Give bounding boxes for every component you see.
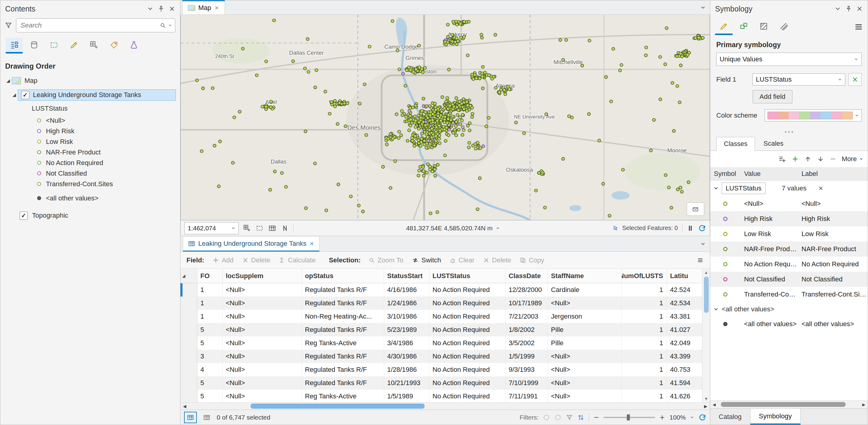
class-label[interactable]: <Null> <box>798 200 868 208</box>
table-view-button[interactable] <box>184 412 197 423</box>
symbol-cell[interactable] <box>710 247 740 251</box>
map-group-row[interactable]: ◢ Map <box>0 74 180 87</box>
row-selector[interactable] <box>180 323 197 336</box>
extent-icon[interactable] <box>256 224 264 232</box>
class-value[interactable]: <all other values> <box>740 320 798 328</box>
class-symbol[interactable] <box>723 322 727 326</box>
select-all-header-cell[interactable]: ◢ <box>180 269 197 283</box>
close-icon[interactable] <box>856 5 863 12</box>
edited-filter-icon[interactable] <box>554 414 562 421</box>
split-view-button[interactable] <box>200 412 213 423</box>
class-symbol[interactable] <box>723 217 727 221</box>
layer-name-label[interactable]: Leaking Underground Storage Tanks <box>33 91 141 99</box>
group-name[interactable]: <all other values> <box>722 305 774 313</box>
class-value[interactable]: Low Risk <box>740 230 798 238</box>
north-arrow-icon[interactable] <box>281 224 289 232</box>
list-by-editing-button[interactable] <box>66 38 83 54</box>
row-selector[interactable] <box>180 363 197 376</box>
delete-selection-button[interactable]: Delete <box>479 254 515 266</box>
legend-item[interactable]: <Null> <box>0 115 180 126</box>
selected-features-indicator[interactable]: Selected Features: 0 <box>612 224 678 232</box>
add-field-button[interactable]: Add field <box>752 90 793 103</box>
legend-item[interactable]: Low Risk <box>0 136 180 147</box>
table-row[interactable]: 4<Null>Regulated Tanks R/F1/28/1986No Ac… <box>180 363 702 376</box>
layer-visibility-checkbox[interactable]: ✓ <box>20 212 28 220</box>
class-symbol[interactable] <box>723 277 727 281</box>
column-header[interactable]: opStatus <box>302 269 384 283</box>
table-menu-icon[interactable] <box>697 256 706 265</box>
collapse-chevron-icon[interactable] <box>713 306 719 312</box>
list-by-perspective-button[interactable] <box>125 38 142 54</box>
move-down-icon[interactable] <box>817 155 824 163</box>
symbol-cell[interactable] <box>710 262 740 266</box>
class-symbol[interactable] <box>723 292 727 297</box>
search-icon[interactable] <box>160 22 166 29</box>
column-header[interactable]: NumOfLUSTS <box>622 269 667 283</box>
selected-layer-highlight[interactable]: ✓ Leaking Underground Storage Tanks <box>18 89 176 101</box>
class-value[interactable]: <Null> <box>740 200 798 208</box>
set-expression-button[interactable] <box>848 73 862 86</box>
class-label[interactable]: Transferred-Cont.Sites <box>798 291 868 298</box>
remove-group-icon[interactable] <box>818 186 824 191</box>
close-tab-icon[interactable] <box>214 5 219 10</box>
label-column-header[interactable]: Label <box>798 170 868 178</box>
symbol-cell[interactable] <box>710 277 740 281</box>
scroll-left-arrow-icon[interactable]: ◀ <box>180 404 189 409</box>
list-by-labeling-button[interactable] <box>105 38 122 54</box>
scroll-right-arrow-icon[interactable]: ▶ <box>702 404 710 409</box>
column-header[interactable]: LUSTStatus <box>430 269 506 283</box>
symbol-column-header[interactable]: Symbol <box>710 170 740 178</box>
symbology-class-row[interactable]: NAR-Free ProductNAR-Free Product <box>710 242 868 256</box>
close-icon[interactable] <box>168 5 175 12</box>
layer-visibility-checkbox[interactable]: ✓ <box>21 91 29 99</box>
row-selector[interactable] <box>180 283 197 297</box>
all-other-class-row[interactable]: <all other values> <all other values> <box>710 316 868 332</box>
primary-symbology-tab[interactable] <box>715 19 733 35</box>
legend-item[interactable]: Transferred-Cont.Sites <box>0 179 180 189</box>
close-tab-icon[interactable] <box>309 241 314 246</box>
column-header[interactable]: FO <box>197 269 223 283</box>
class-value[interactable]: Not Classified <box>740 275 798 283</box>
row-selector[interactable] <box>180 297 197 310</box>
pin-icon[interactable] <box>845 5 852 12</box>
zoom-slider-thumb[interactable] <box>627 415 630 421</box>
symbology-type-combo[interactable]: Unique Values <box>716 53 862 66</box>
value-column-header[interactable]: Value <box>740 170 798 178</box>
table-row[interactable]: 5<Null>Reg Tanks-Active1/5/1989No Action… <box>180 390 702 402</box>
delete-field-button[interactable]: Delete <box>239 254 274 266</box>
search-input[interactable] <box>16 19 175 32</box>
row-selector[interactable] <box>180 336 197 350</box>
class-symbol[interactable] <box>723 232 727 236</box>
row-selector[interactable] <box>180 310 197 323</box>
legend-item[interactable]: Not Classified <box>0 168 180 179</box>
symbology-class-row[interactable]: Transferred-Cont.SitesTransferred-Cont.S… <box>710 287 868 302</box>
table-row[interactable]: 1<Null>Regulated Tanks R/F4/16/1986No Ac… <box>180 283 702 297</box>
symbology-horizontal-scrollbar[interactable]: ◀ ▶ <box>710 400 868 408</box>
pane-splitter-grip[interactable] <box>716 129 862 135</box>
expand-caret-icon[interactable]: ◢ <box>4 78 12 84</box>
tab-list-chevron-icon[interactable] <box>700 5 706 10</box>
move-up-icon[interactable] <box>804 155 811 163</box>
lust-status-group-row[interactable]: LUSTStatus 7 values <box>710 180 868 196</box>
calculate-field-button[interactable]: Calculate <box>275 254 319 266</box>
class-value[interactable]: NAR-Free Product <box>740 245 798 253</box>
zoom-percent-value[interactable]: 100% <box>670 414 686 421</box>
symbol-layer-drawing-tab[interactable] <box>755 19 773 35</box>
legend-item-all-other[interactable]: <all other values> <box>0 193 180 204</box>
symbology-tab[interactable]: Symbology <box>750 409 801 425</box>
layer-name-label[interactable]: Topographic <box>32 212 68 219</box>
list-by-drawing-order-button[interactable] <box>6 38 23 54</box>
zoom-to-selection-button[interactable]: Zoom To <box>365 254 407 266</box>
scale-based-symbol-tab[interactable] <box>775 19 793 35</box>
symbol-cell[interactable] <box>710 232 740 236</box>
table-vertical-scrollbar[interactable]: ▲ ▼ <box>702 269 710 402</box>
catalog-tab[interactable]: Catalog <box>710 409 750 425</box>
list-by-selection-button[interactable] <box>45 38 63 54</box>
sort-updown-icon[interactable] <box>577 414 585 421</box>
table-row[interactable]: 3<Null>Regulated Tanks R/F4/30/1986No Ac… <box>180 350 702 363</box>
class-label[interactable]: High Risk <box>798 215 868 223</box>
column-header[interactable]: ClassDate <box>506 269 548 283</box>
symbol-cell[interactable] <box>710 217 740 221</box>
map-scale-combo[interactable]: 1:462,074 <box>184 222 239 234</box>
scroll-left-arrow-icon[interactable]: ◀ <box>710 402 718 407</box>
